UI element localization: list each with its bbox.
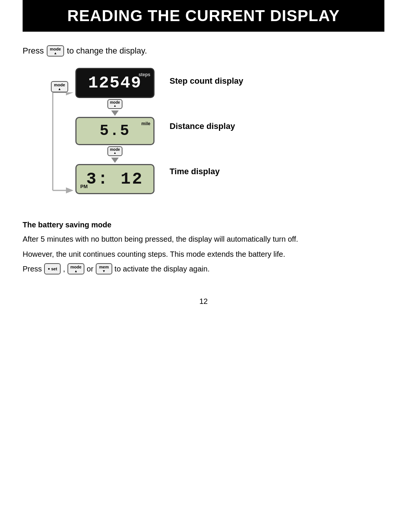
connector-mode-btn-1[interactable]: mode ▲ — [107, 99, 123, 109]
side-mode-btn-label: mode — [54, 83, 65, 87]
connector-1: mode ▲ — [107, 98, 123, 117]
conn2-mode-tri: ▲ — [113, 152, 116, 155]
conn1-mode-tri: ▲ — [113, 104, 116, 107]
connector-svg — [45, 92, 75, 205]
intro-mode-btn-label: mode — [50, 47, 61, 51]
time-label: Time display — [170, 158, 243, 185]
intro-mode-button[interactable]: mode ▲ — [47, 45, 64, 57]
arrow-down-2 — [111, 158, 119, 163]
battery-section: The battery saving mode After 5 minutes … — [23, 221, 384, 274]
intro-press-text: Press — [23, 46, 44, 56]
mem-button[interactable]: mem ▼ — [96, 263, 112, 274]
intro-mode-btn-triangle: ▲ — [54, 52, 57, 55]
side-mode-btn-triangle: ▲ — [58, 87, 61, 91]
mem-tri: ▼ — [102, 270, 106, 273]
svg-marker-5 — [66, 187, 73, 193]
time-pm: PM — [80, 184, 88, 189]
svg-marker-4 — [66, 92, 73, 95]
mem-label: mem — [99, 265, 109, 269]
distance-value: 5.5 — [99, 123, 130, 140]
page-number: 12 — [23, 297, 384, 306]
intro-line: Press mode ▲ to change the display. — [23, 45, 384, 57]
battery-mode-tri: ▲ — [74, 270, 78, 273]
set-dot: ● — [48, 267, 50, 271]
distance-display: 5.5 mile — [75, 117, 155, 145]
time-display: PM 3: 12 — [75, 164, 155, 194]
connector-mode-btn-2[interactable]: mode ▲ — [107, 146, 123, 156]
battery-text2: However, the unit continues counting ste… — [23, 248, 384, 260]
page-title: READING THE CURRENT DISPLAY — [34, 7, 373, 25]
side-mode-button[interactable]: mode ▲ — [51, 81, 68, 92]
set-button[interactable]: ● set — [44, 263, 61, 274]
battery-mode-button[interactable]: mode ▲ — [67, 263, 84, 274]
battery-press-line: Press ● set , mode ▲ or mem ▼ to activat… — [23, 263, 384, 274]
step-count-unit: steps — [139, 72, 150, 77]
step-count-display: 12549 steps — [75, 68, 155, 98]
battery-press-suffix: to activate the display again. — [115, 265, 210, 273]
battery-comma: , — [63, 265, 65, 273]
intro-to-text: to change the display. — [67, 46, 147, 56]
battery-title: The battery saving mode — [23, 221, 384, 229]
battery-text1: After 5 minutes with no button being pre… — [23, 233, 384, 245]
time-value: 3: 12 — [86, 170, 144, 189]
battery-or: or — [87, 265, 93, 273]
arrow-down-1 — [111, 110, 119, 116]
page-header: READING THE CURRENT DISPLAY — [23, 0, 384, 32]
diagram-area: mode ▲ — [45, 68, 384, 205]
distance-label: Distance display — [170, 113, 243, 140]
step-count-value: 12549 — [88, 74, 142, 92]
battery-mode-label: mode — [70, 265, 81, 269]
displays-column: 12549 steps mode ▲ 5.5 mile mode ▲ — [75, 68, 155, 194]
battery-press-prefix: Press — [23, 265, 42, 273]
set-label: set — [51, 267, 57, 271]
connector-2: mode ▲ — [107, 145, 123, 164]
distance-unit: mile — [141, 121, 150, 126]
step-count-label: Step count display — [170, 68, 243, 94]
labels-column: Step count display Distance display Time… — [170, 68, 243, 185]
